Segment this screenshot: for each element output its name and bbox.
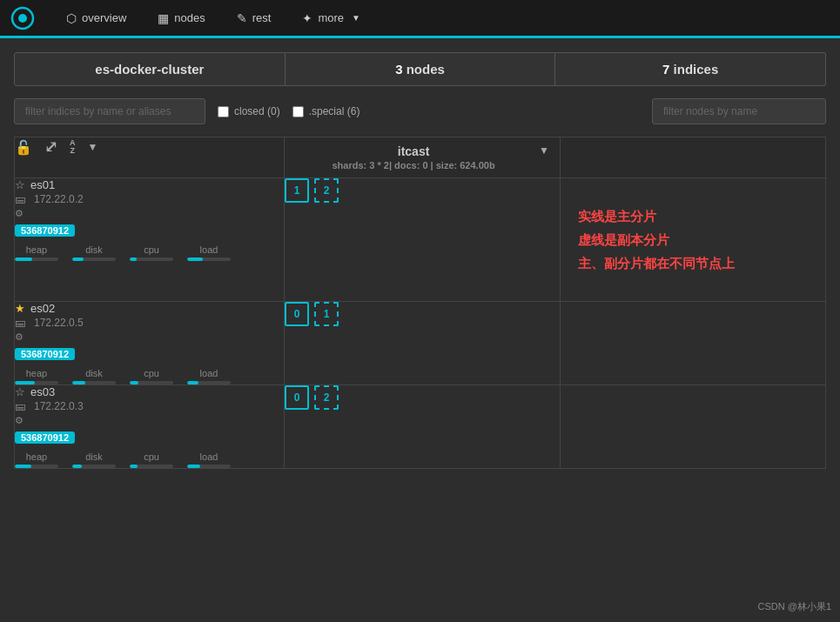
node-name: es02 xyxy=(30,302,55,315)
table-row: ★ es02 🖴 172.22.0.5 ⚙ 536870912 heap xyxy=(15,302,826,385)
special-filter-label[interactable]: .special (6) xyxy=(292,105,360,117)
metric-item: heap xyxy=(15,451,58,468)
nav-nodes[interactable]: ▦ nodes xyxy=(142,0,220,37)
annotation-cell: 实线是主分片虚线是副本分片主、副分片都在不同节点上 xyxy=(561,178,826,302)
metric-label: load xyxy=(200,244,218,255)
metric-item: disk xyxy=(72,368,116,385)
main-content: es-docker-cluster 3 nodes 7 indices clos… xyxy=(0,38,840,483)
metric-bar xyxy=(15,381,58,385)
metric-item: cpu xyxy=(130,368,173,385)
metric-item: load xyxy=(187,244,231,261)
overview-icon: ⬡ xyxy=(66,11,77,25)
metric-item: heap xyxy=(15,244,58,261)
replica-shard[interactable]: 1 xyxy=(314,302,339,326)
shard-cell: 01 xyxy=(285,302,561,385)
more-icon: ✦ xyxy=(302,11,312,25)
metric-item: load xyxy=(187,368,231,385)
node-cell: ☆ es03 🖴 172.22.0.3 ⚙ 536870912 heap xyxy=(15,385,285,469)
closed-filter-label[interactable]: closed (0) xyxy=(218,105,280,117)
indices-nodes-table: 🔓 ⤢ A Z ▼ itcast shards: 3 * 2| docs: 0 xyxy=(14,137,826,469)
metric-item: cpu xyxy=(130,244,173,261)
node-badge: 536870912 xyxy=(15,348,75,360)
svg-point-1 xyxy=(18,14,27,23)
primary-shard[interactable]: 1 xyxy=(285,178,309,203)
nodes-icon: ▦ xyxy=(158,11,169,25)
nav-rest[interactable]: ✎ rest xyxy=(221,0,287,37)
disk-icon: 🖴 xyxy=(15,400,25,412)
sort-az-icon[interactable]: A Z xyxy=(70,139,76,155)
empty-column-header xyxy=(561,137,826,178)
settings-icon: ⚙ xyxy=(15,331,24,343)
metric-bar xyxy=(187,381,231,385)
filter-nodes-input[interactable] xyxy=(652,98,826,124)
closed-filter-checkbox[interactable] xyxy=(218,106,229,117)
nodes-count-stat: 3 nodes xyxy=(286,52,556,86)
node-ip: 172.22.0.3 xyxy=(34,400,84,412)
settings-icon: ⚙ xyxy=(15,415,24,426)
metric-label: load xyxy=(200,451,218,462)
filter-indices-input[interactable] xyxy=(14,98,205,124)
sort-dropdown-icon[interactable]: ▼ xyxy=(88,141,98,153)
replica-shard[interactable]: 2 xyxy=(314,385,339,410)
metric-label: disk xyxy=(85,451,103,462)
primary-shard[interactable]: 0 xyxy=(285,385,309,410)
metric-bar xyxy=(130,381,173,385)
cluster-name-stat: es-docker-cluster xyxy=(14,52,286,86)
metric-bar xyxy=(187,257,231,261)
star-icon: ★ xyxy=(15,302,25,315)
chevron-down-icon: ▼ xyxy=(352,13,360,23)
nav-more[interactable]: ✦ more ▼ xyxy=(286,0,376,37)
metric-bar xyxy=(72,381,116,385)
metric-item: load xyxy=(187,451,231,468)
metric-label: heap xyxy=(26,451,47,462)
node-name: es01 xyxy=(30,178,55,191)
index-dropdown-arrow[interactable]: ▼ xyxy=(539,144,549,157)
special-filter-checkbox[interactable] xyxy=(292,106,304,117)
top-navigation: ⬡ overview ▦ nodes ✎ rest ✦ more ▼ xyxy=(0,0,840,38)
node-ip: 172.22.0.5 xyxy=(34,317,84,329)
shard-cell: 12 xyxy=(285,178,561,302)
replica-shard[interactable]: 2 xyxy=(314,178,339,203)
metric-label: heap xyxy=(26,368,47,378)
metric-label: cpu xyxy=(144,368,159,378)
table-row: ☆ es01 🖴 172.22.0.2 ⚙ 536870912 heap xyxy=(15,178,826,302)
index-name: itcast xyxy=(295,144,532,158)
metric-bar xyxy=(72,257,116,261)
node-badge: 536870912 xyxy=(15,224,75,237)
star-icon: ☆ xyxy=(15,178,25,191)
nav-overview[interactable]: ⬡ overview xyxy=(50,0,142,37)
node-badge: 536870912 xyxy=(15,431,75,444)
logo[interactable] xyxy=(9,4,37,32)
disk-icon: 🖴 xyxy=(15,317,25,329)
index-column-header: itcast shards: 3 * 2| docs: 0 | size: 62… xyxy=(285,137,561,178)
index-meta: shards: 3 * 2| docs: 0 | size: 624.00b xyxy=(295,160,532,171)
metric-label: load xyxy=(200,368,218,378)
metric-item: disk xyxy=(72,451,116,468)
metric-item: heap xyxy=(15,368,58,385)
metric-label: cpu xyxy=(144,451,159,462)
metric-bar xyxy=(187,465,231,468)
watermark: CSDN @林小果1 xyxy=(757,600,831,613)
annotation-cell xyxy=(561,302,826,385)
primary-shard[interactable]: 0 xyxy=(285,302,309,326)
metric-item: disk xyxy=(72,244,116,261)
metric-bar xyxy=(15,465,58,468)
annotation-cell xyxy=(561,385,826,469)
metric-item: cpu xyxy=(130,451,173,468)
cluster-stats-bar: es-docker-cluster 3 nodes 7 indices xyxy=(14,52,826,86)
metric-label: cpu xyxy=(144,244,159,255)
shard-annotation: 实线是主分片虚线是副本分片主、副分片都在不同节点上 xyxy=(561,178,825,301)
expand-icon[interactable]: ⤢ xyxy=(44,137,57,157)
star-icon: ☆ xyxy=(15,385,25,398)
shard-cell: 02 xyxy=(285,385,561,469)
metric-label: disk xyxy=(85,368,103,378)
node-cell: ☆ es01 🖴 172.22.0.2 ⚙ 536870912 heap xyxy=(15,178,285,302)
metric-bar xyxy=(15,257,58,261)
indices-count-stat: 7 indices xyxy=(555,52,826,86)
metric-bar xyxy=(130,257,173,261)
metric-bar xyxy=(72,465,116,468)
filter-bar: closed (0) .special (6) xyxy=(14,98,826,124)
nodes-column-header: 🔓 ⤢ A Z ▼ xyxy=(15,137,285,178)
disk-icon: 🖴 xyxy=(15,193,25,205)
lock-icon[interactable]: 🔓 xyxy=(15,139,32,156)
